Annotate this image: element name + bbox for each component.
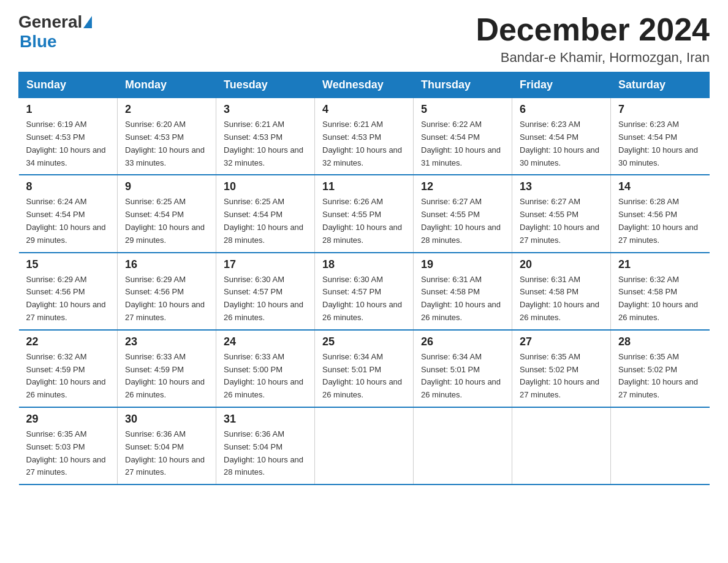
calendar-header: Sunday Monday Tuesday Wednesday Thursday… [19,72,710,98]
day-info: Sunrise: 6:19 AM Sunset: 4:53 PM Dayligh… [26,118,110,169]
day-info: Sunrise: 6:23 AM Sunset: 4:54 PM Dayligh… [618,118,702,169]
table-row: 5 Sunrise: 6:22 AM Sunset: 4:54 PM Dayli… [414,98,512,175]
table-row: 17 Sunrise: 6:30 AM Sunset: 4:57 PM Dayl… [216,253,315,330]
day-info: Sunrise: 6:33 AM Sunset: 4:59 PM Dayligh… [125,351,208,402]
day-number: 20 [520,258,603,271]
day-info: Sunrise: 6:33 AM Sunset: 5:00 PM Dayligh… [224,351,307,402]
day-info: Sunrise: 6:36 AM Sunset: 5:04 PM Dayligh… [224,428,307,479]
day-number: 17 [224,258,307,271]
table-row: 18 Sunrise: 6:30 AM Sunset: 4:57 PM Dayl… [315,253,414,330]
table-row: 27 Sunrise: 6:35 AM Sunset: 5:02 PM Dayl… [512,330,611,407]
header-sunday: Sunday [19,72,118,98]
day-info: Sunrise: 6:21 AM Sunset: 4:53 PM Dayligh… [224,118,307,169]
day-number: 15 [26,258,110,271]
table-row: 22 Sunrise: 6:32 AM Sunset: 4:59 PM Dayl… [19,330,118,407]
day-info: Sunrise: 6:30 AM Sunset: 4:57 PM Dayligh… [224,274,307,324]
day-info: Sunrise: 6:22 AM Sunset: 4:54 PM Dayligh… [421,118,504,169]
logo: General Blue [18,12,93,52]
header-friday: Friday [512,72,611,98]
day-number: 1 [26,103,110,116]
day-info: Sunrise: 6:27 AM Sunset: 4:55 PM Dayligh… [421,196,504,247]
day-info: Sunrise: 6:31 AM Sunset: 4:58 PM Dayligh… [421,274,504,324]
table-row: 23 Sunrise: 6:33 AM Sunset: 4:59 PM Dayl… [118,330,216,407]
table-row: 24 Sunrise: 6:33 AM Sunset: 5:00 PM Dayl… [216,330,315,407]
table-row: 13 Sunrise: 6:27 AM Sunset: 4:55 PM Dayl… [512,175,611,252]
day-number: 2 [125,103,208,116]
table-row: 4 Sunrise: 6:21 AM Sunset: 4:53 PM Dayli… [315,98,414,175]
table-row: 9 Sunrise: 6:25 AM Sunset: 4:54 PM Dayli… [118,175,216,252]
table-row: 20 Sunrise: 6:31 AM Sunset: 4:58 PM Dayl… [512,253,611,330]
calendar-week-row: 1 Sunrise: 6:19 AM Sunset: 4:53 PM Dayli… [19,98,710,175]
table-row: 14 Sunrise: 6:28 AM Sunset: 4:56 PM Dayl… [611,175,710,252]
table-row [315,407,414,484]
day-number: 11 [322,180,406,193]
day-info: Sunrise: 6:27 AM Sunset: 4:55 PM Dayligh… [520,196,603,247]
day-number: 24 [224,335,307,348]
day-info: Sunrise: 6:35 AM Sunset: 5:02 PM Dayligh… [618,351,702,402]
day-number: 4 [322,103,406,116]
table-row: 28 Sunrise: 6:35 AM Sunset: 5:02 PM Dayl… [611,330,710,407]
header-wednesday: Wednesday [315,72,414,98]
day-info: Sunrise: 6:23 AM Sunset: 4:54 PM Dayligh… [520,118,603,169]
day-number: 8 [26,180,110,193]
day-number: 28 [618,335,702,348]
day-number: 29 [26,413,110,426]
table-row: 2 Sunrise: 6:20 AM Sunset: 4:53 PM Dayli… [118,98,216,175]
calendar-week-row: 22 Sunrise: 6:32 AM Sunset: 4:59 PM Dayl… [19,330,710,407]
day-info: Sunrise: 6:20 AM Sunset: 4:53 PM Dayligh… [125,118,208,169]
day-number: 23 [125,335,208,348]
table-row: 31 Sunrise: 6:36 AM Sunset: 5:04 PM Dayl… [216,407,315,484]
day-number: 12 [421,180,504,193]
table-row [512,407,611,484]
day-number: 14 [618,180,702,193]
title-area: December 2024 Bandar-e Khamir, Hormozgan… [476,12,710,66]
day-info: Sunrise: 6:25 AM Sunset: 4:54 PM Dayligh… [224,196,307,247]
day-info: Sunrise: 6:25 AM Sunset: 4:54 PM Dayligh… [125,196,208,247]
table-row: 16 Sunrise: 6:29 AM Sunset: 4:56 PM Dayl… [118,253,216,330]
table-row: 3 Sunrise: 6:21 AM Sunset: 4:53 PM Dayli… [216,98,315,175]
day-number: 6 [520,103,603,116]
header-tuesday: Tuesday [216,72,315,98]
day-number: 13 [520,180,603,193]
day-info: Sunrise: 6:24 AM Sunset: 4:54 PM Dayligh… [26,196,110,247]
table-row: 10 Sunrise: 6:25 AM Sunset: 4:54 PM Dayl… [216,175,315,252]
day-number: 3 [224,103,307,116]
day-info: Sunrise: 6:29 AM Sunset: 4:56 PM Dayligh… [125,274,208,324]
calendar-week-row: 29 Sunrise: 6:35 AM Sunset: 5:03 PM Dayl… [19,407,710,484]
day-number: 26 [421,335,504,348]
logo-text: General [18,12,93,32]
header-saturday: Saturday [611,72,710,98]
table-row [611,407,710,484]
table-row: 8 Sunrise: 6:24 AM Sunset: 4:54 PM Dayli… [19,175,118,252]
day-number: 30 [125,413,208,426]
location-subtitle: Bandar-e Khamir, Hormozgan, Iran [476,50,710,66]
table-row: 6 Sunrise: 6:23 AM Sunset: 4:54 PM Dayli… [512,98,611,175]
day-info: Sunrise: 6:35 AM Sunset: 5:03 PM Dayligh… [26,428,110,479]
calendar-table: Sunday Monday Tuesday Wednesday Thursday… [18,72,710,485]
weekday-header-row: Sunday Monday Tuesday Wednesday Thursday… [19,72,710,98]
table-row: 1 Sunrise: 6:19 AM Sunset: 4:53 PM Dayli… [19,98,118,175]
table-row: 19 Sunrise: 6:31 AM Sunset: 4:58 PM Dayl… [414,253,512,330]
logo-general-text: General [18,12,82,32]
day-number: 18 [322,258,406,271]
header-thursday: Thursday [414,72,512,98]
day-info: Sunrise: 6:30 AM Sunset: 4:57 PM Dayligh… [322,274,406,324]
day-number: 31 [224,413,307,426]
day-number: 19 [421,258,504,271]
day-number: 10 [224,180,307,193]
logo-triangle-icon [83,16,92,28]
day-info: Sunrise: 6:28 AM Sunset: 4:56 PM Dayligh… [618,196,702,247]
day-number: 9 [125,180,208,193]
calendar-week-row: 8 Sunrise: 6:24 AM Sunset: 4:54 PM Dayli… [19,175,710,252]
table-row [414,407,512,484]
table-row: 21 Sunrise: 6:32 AM Sunset: 4:58 PM Dayl… [611,253,710,330]
day-number: 16 [125,258,208,271]
day-info: Sunrise: 6:34 AM Sunset: 5:01 PM Dayligh… [421,351,504,402]
table-row: 25 Sunrise: 6:34 AM Sunset: 5:01 PM Dayl… [315,330,414,407]
day-number: 27 [520,335,603,348]
calendar-week-row: 15 Sunrise: 6:29 AM Sunset: 4:56 PM Dayl… [19,253,710,330]
day-number: 7 [618,103,702,116]
day-info: Sunrise: 6:32 AM Sunset: 4:58 PM Dayligh… [618,274,702,324]
day-info: Sunrise: 6:26 AM Sunset: 4:55 PM Dayligh… [322,196,406,247]
header-monday: Monday [118,72,216,98]
